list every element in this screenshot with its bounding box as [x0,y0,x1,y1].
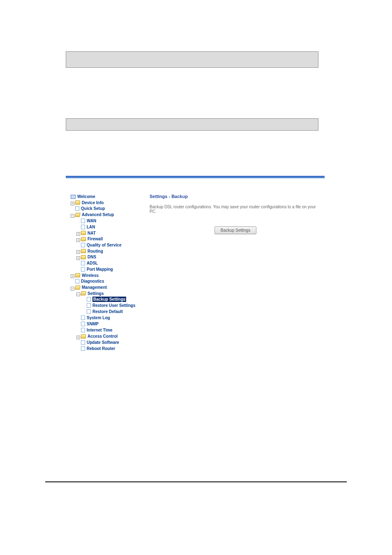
nav-label: Device Info [82,200,104,205]
nav-backup-settings[interactable]: Backup Settings [87,297,126,302]
nav-internet-time[interactable]: Internet Time [81,327,113,333]
nav-diagnostics[interactable]: Diagnostics [75,279,104,284]
nav-label: SNMP [87,321,99,327]
nav-label: Restore User Settings [92,303,135,308]
page-icon [75,279,79,283]
nav-label: Quick Setup [81,206,105,211]
page-icon [81,328,85,332]
nav-wan[interactable]: WAN [81,218,96,223]
footer-divider [45,481,347,482]
page-icon [87,309,91,314]
page-icon [75,206,79,211]
backup-settings-button[interactable]: Backup Settings [214,226,256,234]
nav-label: Reboot Router [87,346,115,351]
expand-icon[interactable]: + [76,336,80,339]
nav-label: WAN [87,218,96,223]
nav-nat[interactable]: NAT [81,230,96,236]
folder-open-icon [81,291,86,295]
folder-icon [81,255,86,259]
folder-open-icon [75,213,81,217]
nav-welcome[interactable]: Welcome [71,194,95,199]
nav-qos[interactable]: Quality of Service [81,242,121,248]
nav-wireless[interactable]: Wireless [75,273,99,278]
folder-icon [81,237,86,241]
nav-tree: Welcome +Device Info Quick Setup −Advanc… [66,194,144,352]
header-placeholder-box [66,51,318,68]
computer-icon [71,195,76,199]
nav-dns[interactable]: DNS [81,254,96,260]
expand-icon[interactable]: + [76,256,80,260]
expand-icon[interactable]: + [71,274,74,278]
nav-label: Internet Time [87,327,113,333]
folder-icon [81,334,86,339]
nav-update-software[interactable]: Update Software [81,340,119,345]
nav-label: Restore Default [92,309,123,314]
page-icon [81,315,85,320]
page-icon [87,303,91,308]
nav-label: Update Software [87,340,119,345]
page-icon [81,219,85,223]
nav-label: DNS [88,254,96,260]
nav-label: Welcome [77,194,95,199]
nav-label: Quality of Service [87,242,121,248]
expand-icon[interactable]: + [71,202,74,205]
page-icon [81,322,85,326]
router-admin-screenshot: Welcome +Device Info Quick Setup −Advanc… [66,176,325,322]
folder-icon [81,249,86,253]
nav-label: Management [82,285,107,290]
collapse-icon[interactable]: − [71,214,74,218]
nav-label: Routing [88,249,103,254]
nav-snmp[interactable]: SNMP [81,321,99,327]
nav-port-mapping[interactable]: Port Mapping [81,267,113,272]
nav-firewall[interactable]: Firewall [81,236,103,242]
nav-advanced-setup[interactable]: Advanced Setup [75,212,114,217]
nav-label: ADSL [87,260,98,266]
folder-icon [81,231,86,235]
nav-label: Settings [88,291,104,296]
nav-label: NAT [88,230,96,236]
nav-management[interactable]: Management [75,285,107,290]
subheader-placeholder-box [66,118,318,131]
nav-restore-user-settings[interactable]: Restore User Settings [87,303,135,308]
nav-label: Firewall [88,236,103,242]
nav-adsl[interactable]: ADSL [81,260,98,266]
folder-open-icon [75,286,81,290]
nav-routing[interactable]: Routing [81,249,103,254]
nav-label: LAN [87,224,95,230]
nav-label: System Log [87,315,110,320]
nav-label: Wireless [82,273,99,278]
main-content: Settings - Backup Backup DSL router conf… [144,194,325,352]
nav-system-log[interactable]: System Log [81,315,110,320]
expand-icon[interactable]: + [76,232,80,236]
collapse-icon[interactable]: − [71,287,74,290]
nav-label: Port Mapping [87,267,113,272]
nav-restore-default[interactable]: Restore Default [87,309,123,314]
page-icon [81,267,85,272]
folder-icon [75,200,80,205]
page-title: Settings - Backup [150,194,321,199]
page-icon [81,346,85,351]
nav-label: Advanced Setup [82,212,114,217]
page-icon [87,297,91,302]
page-icon [81,243,85,247]
nav-reboot-router[interactable]: Reboot Router [81,346,115,351]
nav-settings[interactable]: Settings [81,291,104,296]
page-icon [81,340,85,345]
nav-label: Diagnostics [81,279,104,284]
page-icon [81,261,85,265]
nav-label-active: Backup Settings [92,297,126,302]
expand-icon[interactable]: + [76,250,80,254]
nav-access-control[interactable]: Access Control [81,334,118,339]
nav-label: Access Control [88,334,118,339]
expand-icon[interactable]: + [76,238,80,242]
page-icon [81,225,85,229]
nav-lan[interactable]: LAN [81,224,95,230]
folder-icon [75,273,80,277]
page-description: Backup DSL router configurations. You ma… [150,205,321,214]
nav-quick-setup[interactable]: Quick Setup [75,206,105,211]
collapse-icon[interactable]: − [76,292,80,296]
nav-device-info[interactable]: Device Info [75,200,104,205]
